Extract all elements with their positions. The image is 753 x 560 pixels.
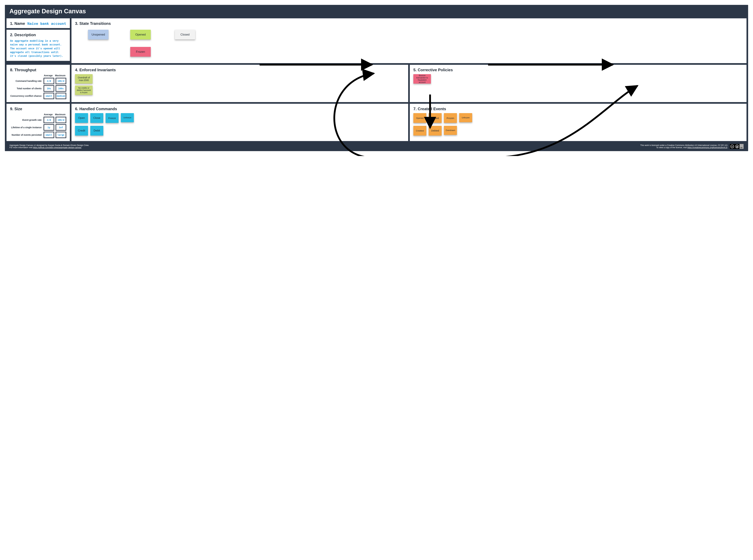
size-heading: 9. Size (10, 107, 66, 111)
throughput-table: Average Maximum Command handling rate 2/… (10, 74, 66, 99)
throughput-avg: 10s (43, 85, 54, 92)
size-max: inf (56, 124, 66, 131)
size-row-label: Lifetime of a single instance (10, 126, 42, 129)
size-avg: 1y (43, 124, 54, 131)
throughput-heading: 8. Throughput (10, 68, 66, 72)
size-panel: 9. Size Average Maximum Event growth rat… (6, 104, 70, 141)
throughput-max: 100/d (56, 78, 66, 84)
throughput-max: 100s (56, 85, 66, 92)
throughput-max: medium (56, 93, 66, 99)
size-max: large (56, 132, 66, 138)
throughput-panel: 8. Throughput Average Maximum Command ha… (6, 65, 70, 102)
state-arrows (75, 28, 743, 156)
throughput-avg: 2/d (43, 78, 54, 84)
name-heading: 1. Name (10, 21, 25, 26)
size-avg: small (43, 132, 54, 138)
state-transitions-heading: 3. State Transitions (75, 21, 743, 26)
size-table: Average Maximum Event growth rate 2/d 10… (10, 113, 66, 138)
name-desc-column: 1. Name Naive bank account 2. Descriptio… (6, 18, 70, 63)
state-opened: Opened (130, 30, 151, 39)
size-avg: 2/d (43, 117, 54, 123)
footer-info-prefix: For more information visit (9, 146, 33, 149)
throughput-col-max: Maximum (54, 74, 66, 77)
description-text: An aggregate modelling in a very naive w… (10, 39, 66, 58)
canvas-grid: 1. Name Naive bank account 2. Descriptio… (5, 18, 748, 143)
throughput-row-label: Concurrency conflict chance (10, 95, 42, 97)
throughput-row-label: Command handling rate (10, 80, 42, 82)
throughput-row-label: Total number of clients (10, 87, 42, 90)
throughput-col-avg: Average (42, 74, 54, 77)
name-panel: 1. Name Naive bank account (6, 18, 70, 28)
state-unopened: Unopened (88, 30, 109, 39)
aggregate-design-canvas: Aggregate Design Canvas 1. Name Naive ba… (5, 5, 748, 151)
size-row-label: Event growth rate (10, 119, 42, 121)
throughput-avg: small (43, 93, 54, 99)
size-row: Number of events persisted small large (10, 132, 66, 138)
size-max: 100/d (56, 117, 66, 123)
size-col-avg: Average (42, 113, 54, 116)
state-transitions-panel: 3. State Transitions (72, 18, 747, 63)
size-col-max: Maximum (54, 113, 66, 116)
throughput-row: Concurrency conflict chance small medium (10, 93, 66, 99)
description-panel: 2. Description An aggregate modelling in… (6, 30, 70, 61)
canvas-title: Aggregate Design Canvas (5, 5, 748, 18)
throughput-row: Command handling rate 2/d 100/d (10, 78, 66, 84)
state-frozen: Frozen (130, 47, 151, 57)
state-closed: Closed (175, 30, 195, 39)
throughput-row: Total number of clients 10s 100s (10, 85, 66, 92)
size-row: Event growth rate 2/d 100/d (10, 117, 66, 123)
name-value: Naive bank account (27, 22, 66, 26)
footer-repo-link[interactable]: https://github.com/ddd-crew/aggregate-de… (33, 146, 81, 149)
state-diagram: Unopened Opened Closed Frozen (75, 28, 743, 60)
size-row-label: Number of events persisted (10, 134, 42, 136)
size-row: Lifetime of a single instance 1y inf (10, 124, 66, 131)
description-heading: 2. Description (10, 33, 66, 37)
